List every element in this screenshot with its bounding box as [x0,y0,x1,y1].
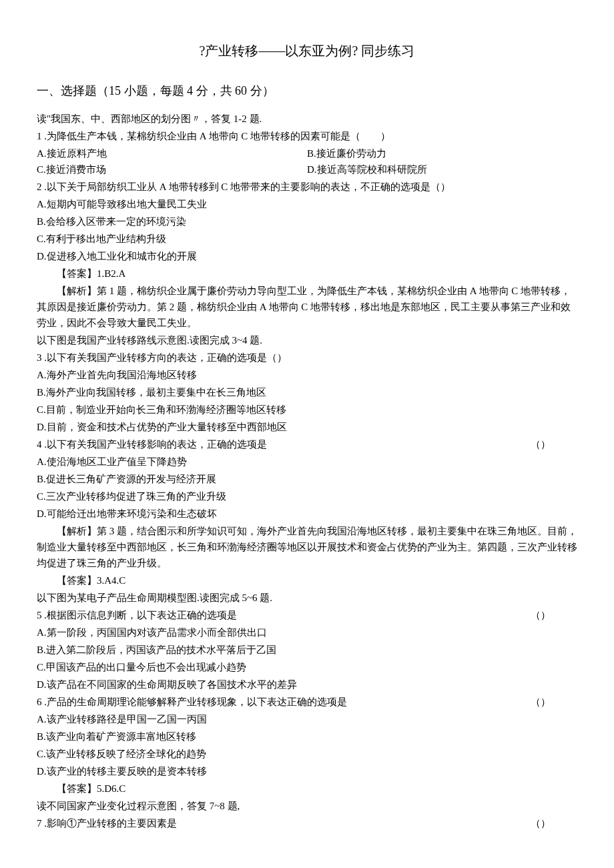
intro-text-3-4: 以下图是我国产业转移路线示意图.读图完成 3~4 题. [37,332,577,348]
analysis-text: 第 3 题，结合图示和所学知识可知，海外产业首先向我国沿海地区转移，最初主要集中… [37,526,577,568]
question-3-option-d: D.目前，资金和技术占优势的产业大量转移至中西部地区 [37,419,577,435]
question-1-stem: 1 .为降低生产本钱，某棉纺织企业由 A 地带向 C 地带转移的因素可能是（ ） [37,128,577,144]
section-header: 一、选择题（15 小题，每题 4 分，共 60 分） [37,81,577,101]
question-6-option-d: D.该产业的转移主要反映的是资本转移 [37,763,577,779]
question-2-stem: 2 .以下关于局部纺织工业从 A 地带转移到 C 地带带来的主要影响的表达，不正… [37,179,577,195]
question-7-stem: 7 .影响①产业转移的主要因素是 [37,818,177,829]
page-title: ?产业转移——以东亚为例? 同步练习 [37,40,577,61]
question-2-option-a: A.短期内可能导致移出地大量民工失业 [37,196,577,212]
answer-1-2: 【答案】1.B2.A [37,266,577,282]
question-5-option-b: B.进入第二阶段后，丙国该产品的技术水平落后于乙国 [37,642,577,658]
answer-label: 【答案】 [57,783,97,794]
question-3-option-b: B.海外产业向我国转移，最初主要集中在长三角地区 [37,384,577,400]
question-4-option-b: B.促进长三角矿产资源的开发与经济开展 [37,471,577,487]
intro-text-5-6: 以下图为某电子产品生命周期模型图.读图完成 5~6 题. [37,590,577,606]
question-4-paren: （） [531,436,551,452]
question-6-paren: （） [531,694,551,710]
question-1-options-row1: A.接近原料产地 B.接近廉价劳动力 [37,145,577,161]
question-6-option-a: A.该产业转移路径是甲国一乙国一丙国 [37,711,577,727]
question-4-option-c: C.三次产业转移均促进了珠三角的产业升级 [37,488,577,504]
question-1-option-a: A.接近原料产地 [37,145,307,161]
question-3-option-a: A.海外产业首先向我国沿海地区转移 [37,367,577,383]
question-5-option-c: C.甲国该产品的出口量今后也不会出现减小趋势 [37,659,577,675]
question-1-option-b: B.接近廉价劳动力 [307,145,577,161]
answer-text: 1.B2.A [97,268,125,279]
intro-text-1-2: 读"我国东、中、西部地区的划分图〃，答复 1-2 题. [37,111,577,127]
question-3-option-c: C.目前，制造业开始向长三角和环渤海经济圈等地区转移 [37,402,577,418]
question-6-option-c: C.该产业转移反映了经济全球化的趋势 [37,746,577,762]
question-5-stem: 5 .根据图示信息判断，以下表达正确的选项是 [37,610,237,620]
analysis-text: 第 1 题，棉纺织企业属于廉价劳动力导向型工业，为降低生产本钱，某棉纺织企业由 … [37,286,571,328]
question-1-option-c: C.接近消费市场 [37,161,307,177]
question-3-stem: 3 .以下有关我国产业转移方向的表达，正确的选项是（） [37,350,577,366]
question-2-option-b: B.会给移入区带来一定的环境污染 [37,213,577,230]
analysis-1-2: 【解析】第 1 题，棉纺织企业属于廉价劳动力导向型工业，为降低生产本钱，某棉纺织… [37,283,577,331]
answer-label: 【答案】 [57,575,97,586]
analysis-label: 【解析】 [57,286,97,296]
question-1-options-row2: C.接近消费市场 D.接近高等院校和科研院所 [37,161,577,177]
question-7-paren: （） [531,815,551,831]
question-4-option-d: D.可能给迁出地带来环境污染和生态破坏 [37,506,577,522]
question-5-paren: （） [531,607,551,623]
question-2-option-c: C.有利于移出地产业结构升级 [37,231,577,247]
question-5-option-a: A.第一阶段，丙国国内对该产品需求小而全部供出口 [37,624,577,640]
question-6-stem: 6 .产品的生命周期理论能够解释产业转移现象，以下表达正确的选项是 [37,697,347,707]
analysis-3-4: 【解析】第 3 题，结合图示和所学知识可知，海外产业首先向我国沿海地区转移，最初… [37,523,577,571]
question-7-stem-line: 7 .影响①产业转移的主要因素是 （） [37,815,577,831]
question-5-option-d: D.该产品在不同国家的生命周期反映了各国技术水平的差异 [37,677,577,693]
answer-5-6: 【答案】5.D6.C [37,781,577,797]
answer-text: 5.D6.C [97,783,125,794]
question-4-stem: 4 .以下有关我国产业转移影响的表达，正确的选项是 [37,439,267,450]
question-6-stem-line: 6 .产品的生命周期理论能够解释产业转移现象，以下表达正确的选项是 （） [37,694,577,710]
intro-text-7-8: 读不同国家产业变化过程示意图，答复 7~8 题, [37,798,577,814]
answer-label: 【答案】 [57,268,97,279]
question-1-option-d: D.接近高等院校和科研院所 [307,161,577,177]
question-5-stem-line: 5 .根据图示信息判断，以下表达正确的选项是 （） [37,607,577,623]
answer-text: 3.A4.C [97,575,125,586]
question-6-option-b: B.该产业向着矿产资源丰富地区转移 [37,729,577,745]
question-2-option-d: D.促进移入地工业化和城市化的开展 [37,248,577,264]
question-4-stem-line: 4 .以下有关我国产业转移影响的表达，正确的选项是 （） [37,436,577,452]
answer-3-4: 【答案】3.A4.C [37,572,577,588]
question-4-option-a: A.使沿海地区工业产值呈下降趋势 [37,454,577,470]
analysis-label: 【解析】 [57,526,97,536]
